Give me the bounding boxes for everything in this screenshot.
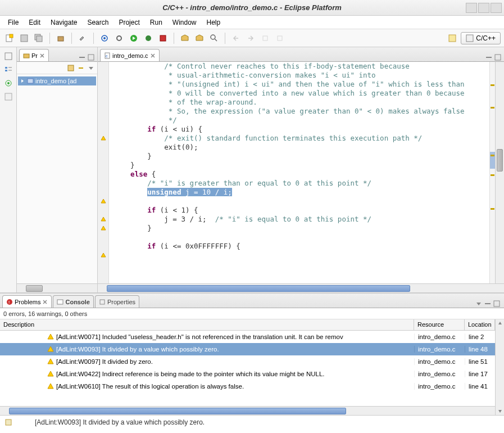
svg-rect-38: [100, 300, 105, 304]
svg-text:c: c: [106, 54, 108, 58]
menu-run[interactable]: Run: [146, 17, 167, 28]
external-tools-button[interactable]: [157, 32, 169, 44]
minimize-icon[interactable]: [485, 53, 493, 61]
svg-point-8: [117, 36, 121, 40]
warning-icon[interactable]: [101, 225, 106, 231]
warning-icon[interactable]: [101, 252, 106, 258]
editor-vscroll[interactable]: [495, 62, 504, 283]
menu-file[interactable]: File: [3, 17, 23, 28]
maximize-icon[interactable]: [494, 53, 502, 61]
editor-hscroll[interactable]: [98, 283, 504, 292]
maximize-button[interactable]: [478, 3, 489, 13]
warning-icon[interactable]: [101, 136, 106, 141]
expand-icon[interactable]: [20, 78, 25, 84]
view-menu-icon[interactable]: [475, 300, 483, 308]
table-row[interactable]: [AdLint:W0093] It divided by a value whi…: [0, 343, 495, 355]
target-icon[interactable]: [4, 79, 13, 88]
next-annotation-button[interactable]: [244, 32, 257, 44]
perspective-label: C/C++: [476, 34, 496, 42]
left-trim: [0, 47, 17, 292]
problems-vscroll[interactable]: [495, 319, 504, 415]
svg-text:!: !: [8, 300, 10, 305]
svg-rect-39: [485, 303, 491, 304]
tab-project-explorer[interactable]: Pr: [19, 49, 49, 61]
problems-hscroll[interactable]: [0, 406, 495, 415]
close-button[interactable]: [491, 3, 502, 13]
table-row[interactable]: [AdLint:W0071] Included "useless_header.…: [0, 331, 495, 343]
overview-ruler[interactable]: [489, 62, 495, 283]
warning-icon[interactable]: [101, 199, 106, 204]
close-icon[interactable]: [150, 53, 156, 58]
table-row[interactable]: [AdLint:W0422] Indirect reference is bei…: [0, 368, 495, 380]
problems-table[interactable]: [AdLint:W0071] Included "useless_header.…: [0, 331, 495, 406]
warning-icon[interactable]: [101, 216, 106, 222]
save-button[interactable]: [18, 32, 30, 44]
search-button[interactable]: [208, 32, 220, 44]
debug-button[interactable]: [142, 32, 155, 44]
menu-search[interactable]: Search: [83, 17, 113, 28]
perspective-cpp[interactable]: C/C++: [461, 32, 501, 44]
gear-icon[interactable]: [113, 32, 125, 44]
project-explorer: Pr intro_demo [ad: [17, 47, 98, 292]
table-row[interactable]: [AdLint:W0610] The result of this logica…: [0, 380, 495, 393]
svg-rect-19: [5, 67, 7, 69]
svg-rect-20: [5, 70, 7, 71]
save-all-button[interactable]: [33, 32, 45, 44]
outline-icon[interactable]: [4, 65, 13, 74]
warning-icon: [47, 383, 54, 390]
last-edit-button[interactable]: [259, 32, 271, 44]
col-description[interactable]: Description: [0, 319, 414, 330]
back-button[interactable]: [274, 32, 286, 44]
open-type-button[interactable]: [179, 32, 191, 44]
menu-window[interactable]: Window: [168, 17, 201, 28]
scroll-down-icon[interactable]: [497, 408, 503, 414]
restore-icon[interactable]: [4, 52, 13, 61]
project-hscroll[interactable]: [17, 283, 97, 292]
tab-properties[interactable]: Properties: [95, 295, 139, 308]
table-row[interactable]: [AdLint:W0097] It divided by zero. intro…: [0, 355, 495, 368]
menu-help[interactable]: Help: [202, 17, 225, 28]
svg-rect-29: [68, 65, 74, 71]
run-button[interactable]: [128, 32, 140, 44]
properties-icon: [99, 299, 106, 305]
collapse-all-icon[interactable]: [67, 64, 75, 72]
scroll-up-icon[interactable]: [497, 321, 503, 326]
minimize-button[interactable]: [466, 3, 477, 13]
svg-rect-30: [28, 79, 33, 83]
menu-project[interactable]: Project: [114, 17, 144, 28]
svg-point-24: [7, 82, 10, 84]
prev-annotation-button[interactable]: [230, 32, 242, 44]
open-resource-button[interactable]: [193, 32, 206, 44]
col-location[interactable]: Location: [465, 319, 495, 330]
close-icon[interactable]: [39, 53, 45, 58]
tree-item-project[interactable]: intro_demo [ad: [18, 76, 96, 85]
status-message: [AdLint:W0093] It divided by a value whi…: [35, 418, 205, 426]
menu-navigate[interactable]: Navigate: [46, 17, 81, 28]
folder-icon: [23, 52, 30, 59]
close-icon[interactable]: [42, 299, 48, 305]
open-perspective-button[interactable]: [446, 32, 458, 44]
maximize-icon[interactable]: [493, 300, 501, 308]
menu-edit[interactable]: Edit: [24, 17, 45, 28]
svg-rect-26: [24, 54, 29, 58]
tab-console[interactable]: Console: [53, 295, 93, 308]
title-bar: C/C++ - intro_demo/intro_demo.c - Eclips…: [0, 0, 504, 16]
at-icon[interactable]: [98, 32, 111, 44]
minimize-icon[interactable]: [78, 53, 86, 61]
maximize-icon[interactable]: [87, 53, 95, 61]
build-button[interactable]: [55, 32, 67, 44]
code-editor[interactable]: /* Control never reaches to this if-body…: [109, 62, 489, 283]
view-menu-icon[interactable]: [87, 64, 95, 72]
tasks-icon[interactable]: [4, 92, 13, 101]
tab-editor-file[interactable]: c intro_demo.c: [100, 49, 160, 61]
link-editor-icon[interactable]: [77, 64, 85, 72]
editor-gutter[interactable]: [98, 62, 109, 283]
tab-label: Problems: [15, 299, 40, 305]
warning-icon: [47, 333, 54, 340]
tab-problems[interactable]: ! Problems: [2, 295, 52, 308]
hammer-icon[interactable]: [76, 32, 89, 44]
minimize-icon[interactable]: [484, 300, 492, 308]
svg-rect-34: [495, 55, 501, 60]
col-resource[interactable]: Resource: [414, 319, 465, 330]
new-button[interactable]: [3, 32, 16, 44]
